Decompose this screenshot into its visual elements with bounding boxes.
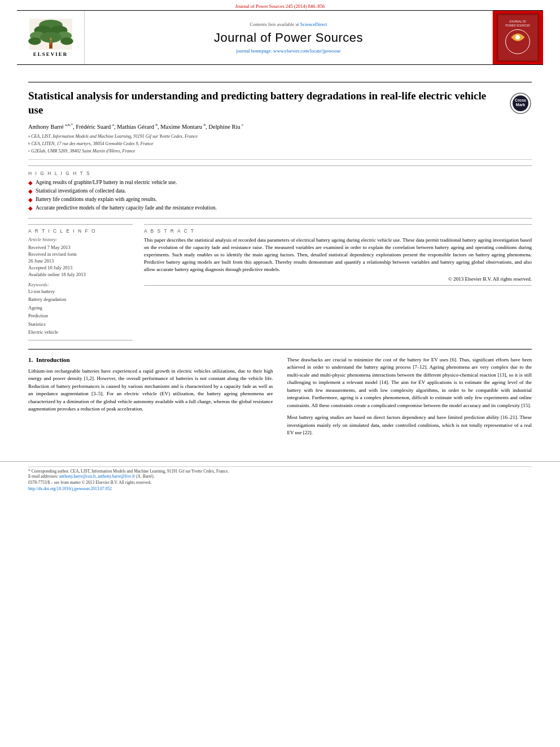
journal-ref: Journal of Power Sources 245 (2014) 846–… bbox=[235, 3, 325, 9]
journal-cover-container: JOURNAL OF POWER SOURCES bbox=[492, 11, 543, 64]
intro-paragraph-2: These drawbacks are crucial to minimize … bbox=[287, 356, 532, 410]
intro-section-title: Introduction bbox=[36, 356, 70, 363]
svg-text:JOURNAL OF: JOURNAL OF bbox=[509, 20, 527, 23]
article-info-label: A R T I C L E I N F O bbox=[28, 228, 133, 234]
elsevier-tree-icon bbox=[28, 19, 73, 50]
journal-header: ELSEVIER Contents lists available at Sci… bbox=[17, 10, 543, 65]
journal-cover-image: JOURNAL OF POWER SOURCES bbox=[497, 14, 539, 62]
abstract-section: A B S T R A C T This paper describes the… bbox=[144, 224, 532, 286]
history-label: Article history: bbox=[28, 237, 133, 242]
footer-doi: http://dx.doi.org/10.1016/j.jpowsour.201… bbox=[28, 486, 532, 491]
body-content: 1. Introduction Lithium-ion rechargeable… bbox=[28, 349, 532, 442]
highlight-item-3: ◆ Battery life conditions study explain … bbox=[28, 196, 532, 203]
corresponding-note: * Corresponding author. CEA, LIST, Infor… bbox=[28, 466, 532, 474]
affiliations: a CEA, LIST, Information Models and Mach… bbox=[28, 133, 532, 155]
body-left-col: 1. Introduction Lithium-ion rechargeable… bbox=[28, 356, 273, 442]
kw-6: Electric vehicle bbox=[28, 328, 133, 336]
intro-paragraph-1: Lithium-ion rechargeable batteries have … bbox=[28, 368, 273, 413]
svg-text:Cross: Cross bbox=[515, 98, 526, 102]
bullet-icon-1: ◆ bbox=[28, 180, 33, 186]
keywords-list: Li-ion battery Battery degradation Agein… bbox=[28, 287, 133, 337]
highlight-item-2: ◆ Statistical investigations of collecte… bbox=[28, 188, 532, 195]
svg-text:POWER SOURCES: POWER SOURCES bbox=[505, 24, 530, 27]
journal-homepage-link[interactable]: journal homepage: www.elsevier.com/locat… bbox=[237, 48, 341, 54]
kw-3: Ageing bbox=[28, 304, 133, 312]
body-two-col: 1. Introduction Lithium-ion rechargeable… bbox=[28, 356, 532, 442]
svg-point-17 bbox=[515, 35, 520, 40]
email-suffix: (A. Barré). bbox=[136, 474, 155, 479]
email-link-2[interactable]: anthony.barre@live.fr bbox=[98, 474, 135, 479]
intro-title: 1. Introduction bbox=[28, 356, 273, 363]
email-note: E-mail addresses: anthony.barre@cea.fr, … bbox=[28, 474, 532, 479]
journal-homepage-line: journal homepage: www.elsevier.com/locat… bbox=[237, 48, 341, 54]
available-date: Available online 18 July 2013 bbox=[28, 272, 133, 277]
article-title: Statistical analysis for understanding a… bbox=[28, 89, 509, 117]
highlights-label: H I G H L I G H T S bbox=[28, 171, 532, 176]
affil-a: a CEA, LIST, Information Models and Mach… bbox=[28, 133, 532, 140]
received-revised-date: 26 June 2013 bbox=[28, 258, 133, 264]
intro-paragraph-3: Most battery ageing studies are based on… bbox=[287, 414, 532, 437]
elsevier-logo-container: ELSEVIER bbox=[17, 11, 85, 64]
article-title-section: Statistical analysis for understanding a… bbox=[28, 82, 532, 117]
svg-point-7 bbox=[28, 37, 41, 45]
svg-point-10 bbox=[50, 38, 52, 40]
sciencedirect-line: Contents lists available at ScienceDirec… bbox=[250, 21, 327, 27]
corresponding-note-text: * Corresponding author. CEA, LIST, Infor… bbox=[28, 469, 229, 474]
footer-issn: 0378-7753/$ – see front matter © 2013 El… bbox=[28, 480, 532, 485]
journal-title-header: Journal of Power Sources bbox=[214, 30, 363, 45]
authors-line: Anthony Barré a,b,*, Frédéric Suard a, M… bbox=[28, 123, 532, 130]
svg-text:Mark: Mark bbox=[516, 103, 525, 107]
article-info-section: A R T I C L E I N F O Article history: R… bbox=[28, 224, 133, 340]
bullet-icon-2: ◆ bbox=[28, 188, 33, 195]
highlight-item-4: ◆ Accurate predictive models of the batt… bbox=[28, 205, 532, 212]
keywords-label: Keywords: bbox=[28, 282, 133, 287]
page: Journal of Power Sources 245 (2014) 846–… bbox=[0, 0, 560, 747]
intro-section-num: 1. bbox=[28, 356, 33, 363]
crossmark-badge: Cross Mark bbox=[509, 92, 532, 115]
keywords-section: Keywords: Li-ion battery Battery degrada… bbox=[28, 282, 133, 337]
svg-point-8 bbox=[60, 37, 73, 45]
email-label: E-mail addresses: bbox=[28, 474, 58, 479]
kw-5: Statistics bbox=[28, 320, 133, 328]
email-link-1[interactable]: anthony.barre@cea.fr bbox=[59, 474, 95, 479]
bullet-icon-3: ◆ bbox=[28, 196, 33, 203]
accepted-date: Accepted 10 July 2013 bbox=[28, 265, 133, 270]
doi-link[interactable]: http://dx.doi.org/10.1016/j.jpowsour.201… bbox=[28, 486, 112, 491]
highlights-section: H I G H L I G H T S ◆ Ageing results of … bbox=[28, 165, 532, 219]
article-info-abstract-columns: A R T I C L E I N F O Article history: R… bbox=[28, 224, 532, 340]
journal-top-bar: Journal of Power Sources 245 (2014) 846–… bbox=[0, 0, 560, 10]
affil-b: b CEA, LITEN, 17 rue des martyrs, 38054 … bbox=[28, 141, 532, 147]
abstract-text: This paper describes the statistical ana… bbox=[144, 237, 532, 273]
abstract-label: A B S T R A C T bbox=[144, 228, 532, 234]
highlight-item-1: ◆ Ageing results of graphite/LFP battery… bbox=[28, 180, 532, 186]
bullet-icon-4: ◆ bbox=[28, 205, 33, 212]
kw-2: Battery degradation bbox=[28, 295, 133, 303]
main-content: Statistical analysis for understanding a… bbox=[0, 65, 560, 450]
affil-c: c G2Elab, UMR 5269, 38402 Saint Martin d… bbox=[28, 148, 532, 155]
body-right-col: These drawbacks are crucial to minimize … bbox=[287, 356, 532, 442]
abstract-column: A B S T R A C T This paper describes the… bbox=[144, 224, 532, 340]
sciencedirect-link[interactable]: ScienceDirect bbox=[300, 21, 327, 27]
divider-1 bbox=[28, 159, 532, 160]
article-info-column: A R T I C L E I N F O Article history: R… bbox=[28, 224, 133, 340]
abstract-copyright: © 2013 Elsevier B.V. All rights reserved… bbox=[144, 276, 532, 282]
journal-header-center: Contents lists available at ScienceDirec… bbox=[85, 11, 492, 64]
kw-4: Prediction bbox=[28, 312, 133, 320]
kw-1: Li-ion battery bbox=[28, 287, 133, 295]
elsevier-logo: ELSEVIER bbox=[28, 19, 73, 57]
received-date: Received 7 May 2013 bbox=[28, 244, 133, 250]
highlights-list: ◆ Ageing results of graphite/LFP battery… bbox=[28, 180, 532, 212]
intro-p1-text: Lithium-ion rechargeable batteries have … bbox=[28, 368, 273, 412]
page-footer: * Corresponding author. CEA, LIST, Infor… bbox=[0, 461, 560, 498]
received-revised-label: Received in revised form bbox=[28, 251, 133, 257]
elsevier-wordmark: ELSEVIER bbox=[33, 51, 68, 57]
